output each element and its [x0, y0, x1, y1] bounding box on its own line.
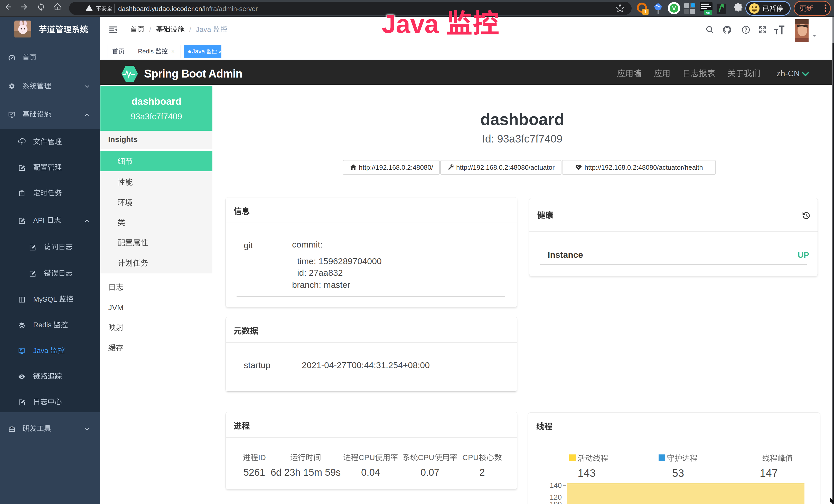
- svg-text:on: on: [706, 10, 710, 15]
- svg-text:V: V: [672, 5, 676, 12]
- svg-text:1: 1: [644, 9, 647, 15]
